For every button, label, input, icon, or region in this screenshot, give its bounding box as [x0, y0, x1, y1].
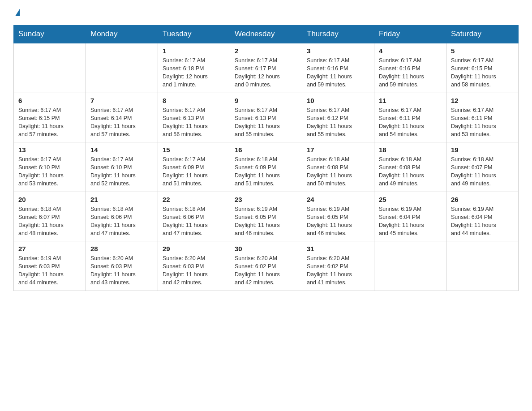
- calendar-cell: 28Sunrise: 6:20 AMSunset: 6:03 PMDayligh…: [86, 241, 158, 291]
- calendar-cell: 16Sunrise: 6:18 AMSunset: 6:09 PMDayligh…: [230, 142, 302, 192]
- calendar-cell: [446, 241, 519, 291]
- day-number: 10: [307, 97, 369, 104]
- day-number: 26: [451, 196, 514, 203]
- day-number: 25: [379, 196, 442, 203]
- calendar-cell: 13Sunrise: 6:17 AMSunset: 6:10 PMDayligh…: [14, 142, 86, 192]
- day-number: 8: [163, 97, 225, 104]
- calendar-cell: 14Sunrise: 6:17 AMSunset: 6:10 PMDayligh…: [86, 142, 158, 192]
- day-number: 11: [379, 97, 442, 104]
- calendar-cell: 4Sunrise: 6:17 AMSunset: 6:16 PMDaylight…: [374, 43, 446, 93]
- calendar-week-row: 27Sunrise: 6:19 AMSunset: 6:03 PMDayligh…: [14, 241, 519, 291]
- calendar-cell: 6Sunrise: 6:17 AMSunset: 6:15 PMDaylight…: [14, 93, 86, 142]
- day-number: 22: [163, 196, 225, 203]
- page-header: [13, 9, 519, 16]
- calendar-table: SundayMondayTuesdayWednesdayThursdayFrid…: [13, 25, 519, 291]
- calendar-cell: [14, 43, 86, 93]
- day-number: 28: [90, 245, 153, 253]
- day-number: 27: [18, 245, 81, 253]
- logo-triangle-icon: [15, 9, 20, 16]
- day-info: Sunrise: 6:19 AMSunset: 6:04 PMDaylight:…: [451, 205, 514, 238]
- day-number: 5: [451, 47, 514, 55]
- calendar-week-row: 1Sunrise: 6:17 AMSunset: 6:18 PMDaylight…: [14, 43, 519, 93]
- day-header-thursday: Thursday: [302, 25, 374, 43]
- day-info: Sunrise: 6:17 AMSunset: 6:10 PMDaylight:…: [90, 155, 153, 188]
- day-number: 14: [90, 146, 153, 154]
- calendar-cell: 12Sunrise: 6:17 AMSunset: 6:11 PMDayligh…: [446, 93, 519, 142]
- day-info: Sunrise: 6:19 AMSunset: 6:05 PMDaylight:…: [307, 205, 369, 238]
- calendar-cell: 10Sunrise: 6:17 AMSunset: 6:12 PMDayligh…: [302, 93, 374, 142]
- day-info: Sunrise: 6:17 AMSunset: 6:13 PMDaylight:…: [163, 106, 225, 139]
- day-info: Sunrise: 6:18 AMSunset: 6:08 PMDaylight:…: [379, 155, 442, 188]
- day-number: 29: [163, 245, 225, 253]
- day-number: 24: [307, 196, 369, 203]
- day-info: Sunrise: 6:18 AMSunset: 6:07 PMDaylight:…: [451, 155, 514, 188]
- logo: [13, 9, 20, 16]
- day-info: Sunrise: 6:18 AMSunset: 6:08 PMDaylight:…: [307, 155, 369, 188]
- calendar-week-row: 20Sunrise: 6:18 AMSunset: 6:07 PMDayligh…: [14, 192, 519, 241]
- day-number: 17: [307, 146, 369, 154]
- calendar-cell: 27Sunrise: 6:19 AMSunset: 6:03 PMDayligh…: [14, 241, 86, 291]
- day-info: Sunrise: 6:20 AMSunset: 6:03 PMDaylight:…: [90, 254, 153, 287]
- calendar-header-row: SundayMondayTuesdayWednesdayThursdayFrid…: [14, 25, 519, 43]
- day-header-friday: Friday: [374, 25, 446, 43]
- day-number: 19: [451, 146, 514, 154]
- day-info: Sunrise: 6:20 AMSunset: 6:03 PMDaylight:…: [163, 254, 225, 287]
- day-info: Sunrise: 6:17 AMSunset: 6:11 PMDaylight:…: [379, 106, 442, 139]
- calendar-cell: 31Sunrise: 6:20 AMSunset: 6:02 PMDayligh…: [302, 241, 374, 291]
- day-info: Sunrise: 6:19 AMSunset: 6:03 PMDaylight:…: [18, 254, 81, 287]
- day-info: Sunrise: 6:20 AMSunset: 6:02 PMDaylight:…: [235, 254, 297, 287]
- day-number: 2: [235, 47, 297, 55]
- day-number: 16: [235, 146, 297, 154]
- calendar-week-row: 13Sunrise: 6:17 AMSunset: 6:10 PMDayligh…: [14, 142, 519, 192]
- day-number: 18: [379, 146, 442, 154]
- calendar-cell: 15Sunrise: 6:17 AMSunset: 6:09 PMDayligh…: [158, 142, 230, 192]
- day-number: 15: [163, 146, 225, 154]
- calendar-cell: 21Sunrise: 6:18 AMSunset: 6:06 PMDayligh…: [86, 192, 158, 241]
- day-number: 9: [235, 97, 297, 104]
- calendar-cell: 9Sunrise: 6:17 AMSunset: 6:13 PMDaylight…: [230, 93, 302, 142]
- calendar-cell: 29Sunrise: 6:20 AMSunset: 6:03 PMDayligh…: [158, 241, 230, 291]
- calendar-cell: 30Sunrise: 6:20 AMSunset: 6:02 PMDayligh…: [230, 241, 302, 291]
- calendar-cell: 23Sunrise: 6:19 AMSunset: 6:05 PMDayligh…: [230, 192, 302, 241]
- calendar-cell: 20Sunrise: 6:18 AMSunset: 6:07 PMDayligh…: [14, 192, 86, 241]
- day-info: Sunrise: 6:17 AMSunset: 6:17 PMDaylight:…: [235, 56, 297, 89]
- day-info: Sunrise: 6:17 AMSunset: 6:15 PMDaylight:…: [451, 56, 514, 89]
- day-number: 3: [307, 47, 369, 55]
- day-info: Sunrise: 6:19 AMSunset: 6:04 PMDaylight:…: [379, 205, 442, 238]
- day-info: Sunrise: 6:17 AMSunset: 6:12 PMDaylight:…: [307, 106, 369, 139]
- day-info: Sunrise: 6:17 AMSunset: 6:10 PMDaylight:…: [18, 155, 81, 188]
- calendar-cell: 24Sunrise: 6:19 AMSunset: 6:05 PMDayligh…: [302, 192, 374, 241]
- day-info: Sunrise: 6:17 AMSunset: 6:16 PMDaylight:…: [379, 56, 442, 89]
- calendar-cell: 3Sunrise: 6:17 AMSunset: 6:16 PMDaylight…: [302, 43, 374, 93]
- day-info: Sunrise: 6:17 AMSunset: 6:16 PMDaylight:…: [307, 56, 369, 89]
- day-number: 12: [451, 97, 514, 104]
- day-info: Sunrise: 6:18 AMSunset: 6:07 PMDaylight:…: [18, 205, 81, 238]
- calendar-week-row: 6Sunrise: 6:17 AMSunset: 6:15 PMDaylight…: [14, 93, 519, 142]
- calendar-cell: [374, 241, 446, 291]
- calendar-cell: 2Sunrise: 6:17 AMSunset: 6:17 PMDaylight…: [230, 43, 302, 93]
- day-info: Sunrise: 6:17 AMSunset: 6:09 PMDaylight:…: [163, 155, 225, 188]
- calendar-cell: 11Sunrise: 6:17 AMSunset: 6:11 PMDayligh…: [374, 93, 446, 142]
- day-number: 31: [307, 245, 369, 253]
- day-info: Sunrise: 6:19 AMSunset: 6:05 PMDaylight:…: [235, 205, 297, 238]
- day-info: Sunrise: 6:18 AMSunset: 6:06 PMDaylight:…: [163, 205, 225, 238]
- day-info: Sunrise: 6:17 AMSunset: 6:18 PMDaylight:…: [163, 56, 225, 89]
- calendar-cell: [86, 43, 158, 93]
- day-number: 13: [18, 146, 81, 154]
- day-header-monday: Monday: [86, 25, 158, 43]
- day-info: Sunrise: 6:17 AMSunset: 6:14 PMDaylight:…: [90, 106, 153, 139]
- day-info: Sunrise: 6:17 AMSunset: 6:15 PMDaylight:…: [18, 106, 81, 139]
- day-info: Sunrise: 6:18 AMSunset: 6:09 PMDaylight:…: [235, 155, 297, 188]
- day-info: Sunrise: 6:17 AMSunset: 6:13 PMDaylight:…: [235, 106, 297, 139]
- day-header-tuesday: Tuesday: [158, 25, 230, 43]
- day-number: 30: [235, 245, 297, 253]
- calendar-cell: 8Sunrise: 6:17 AMSunset: 6:13 PMDaylight…: [158, 93, 230, 142]
- day-info: Sunrise: 6:20 AMSunset: 6:02 PMDaylight:…: [307, 254, 369, 287]
- day-number: 1: [163, 47, 225, 55]
- day-number: 23: [235, 196, 297, 203]
- day-info: Sunrise: 6:18 AMSunset: 6:06 PMDaylight:…: [90, 205, 153, 238]
- day-number: 6: [18, 97, 81, 104]
- calendar-cell: 25Sunrise: 6:19 AMSunset: 6:04 PMDayligh…: [374, 192, 446, 241]
- calendar-cell: 22Sunrise: 6:18 AMSunset: 6:06 PMDayligh…: [158, 192, 230, 241]
- day-number: 7: [90, 97, 153, 104]
